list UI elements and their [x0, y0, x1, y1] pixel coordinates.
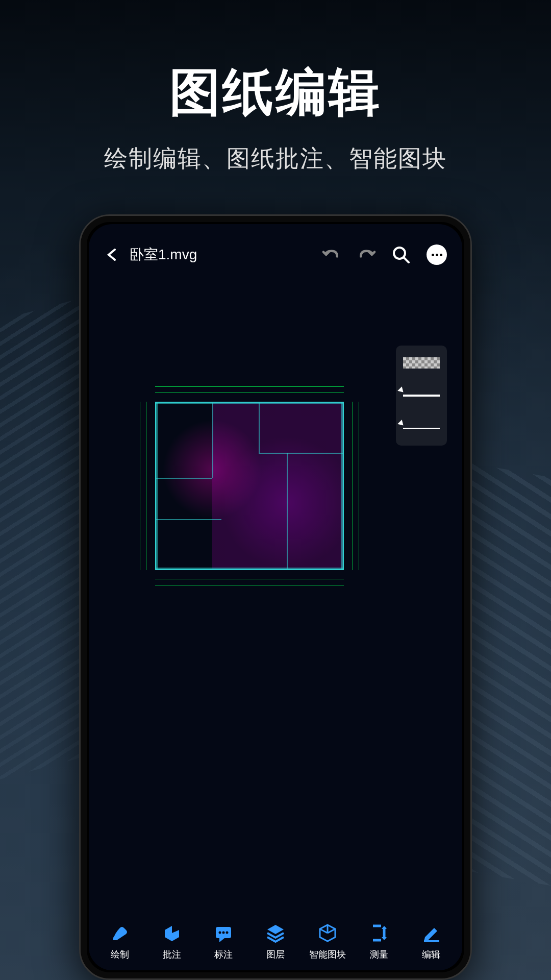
dimension-line: [146, 402, 146, 570]
tool-label: 智能图块: [309, 948, 346, 961]
cube-icon: [316, 922, 339, 944]
app-header-bar: 卧室1.mvg: [89, 224, 462, 279]
more-options-button[interactable]: [427, 244, 447, 265]
header-actions: [322, 244, 447, 265]
tool-label: 编辑: [422, 948, 440, 961]
draw-tool-button[interactable]: 绘制: [94, 922, 146, 961]
pen-icon: [109, 922, 131, 944]
page-title: 图纸编辑: [0, 59, 551, 128]
floorplan-drawing[interactable]: [135, 381, 364, 591]
dot-icon: [432, 254, 434, 256]
bottom-toolbar: 绘制 批注: [89, 912, 462, 970]
tool-label: 批注: [163, 948, 181, 961]
dimension-line: [155, 579, 344, 579]
dimension-line: [359, 402, 359, 570]
tool-label: 图层: [266, 948, 285, 961]
line-style-medium[interactable]: [403, 385, 440, 406]
svg-point-6: [222, 931, 225, 934]
texture-swatch[interactable]: [403, 353, 440, 373]
promo-header: 图纸编辑 绘制编辑、图纸批注、智能图块: [0, 0, 551, 175]
floorplan-content: [155, 402, 344, 570]
comment-icon: [212, 922, 235, 944]
tool-label: 测量: [370, 948, 388, 961]
tool-label: 绘制: [111, 948, 129, 961]
svg-point-7: [226, 931, 229, 934]
smartblock-tool-button[interactable]: 智能图块: [302, 922, 354, 961]
search-button[interactable]: [392, 246, 410, 264]
dimension-line: [155, 393, 344, 393]
dimension-line: [155, 386, 344, 387]
page-subtitle: 绘制编辑、图纸批注、智能图块: [0, 143, 551, 175]
back-button[interactable]: [104, 247, 119, 262]
redo-icon: [357, 247, 375, 263]
dot-icon: [440, 254, 442, 256]
line-thick-icon: [403, 395, 440, 397]
measure-tool-button[interactable]: 测量: [354, 922, 406, 961]
style-palette-panel: [396, 346, 447, 446]
dimension-line: [140, 402, 140, 570]
search-icon: [392, 246, 410, 264]
dimension-line: [353, 402, 353, 570]
svg-point-5: [219, 931, 221, 934]
phone-screen: 卧室1.mvg: [89, 224, 462, 970]
redo-button[interactable]: [357, 246, 375, 264]
svg-point-3: [173, 928, 177, 932]
edit-icon: [420, 922, 442, 944]
layers-tool-button[interactable]: 图层: [249, 922, 302, 961]
dimension-line: [155, 585, 344, 585]
measure-icon: [368, 922, 390, 944]
svg-point-2: [113, 937, 116, 940]
tool-label: 标注: [214, 948, 233, 961]
line-thin-icon: [403, 428, 440, 429]
layers-icon: [264, 922, 287, 944]
svg-line-1: [404, 258, 409, 262]
edit-tool-button[interactable]: 编辑: [405, 922, 457, 961]
checker-pattern-icon: [403, 357, 440, 369]
line-style-thin[interactable]: [403, 418, 440, 438]
undo-icon: [322, 247, 341, 263]
annotate-tool-button[interactable]: 批注: [146, 922, 198, 961]
chevron-left-icon: [106, 248, 118, 262]
markup-tool-button[interactable]: 标注: [197, 922, 249, 961]
drawing-canvas[interactable]: [89, 279, 462, 913]
filename-label: 卧室1.mvg: [130, 245, 312, 264]
tag-icon: [161, 922, 183, 944]
dot-icon: [436, 254, 438, 256]
undo-button[interactable]: [322, 246, 341, 264]
phone-mockup-frame: 卧室1.mvg: [79, 214, 472, 980]
